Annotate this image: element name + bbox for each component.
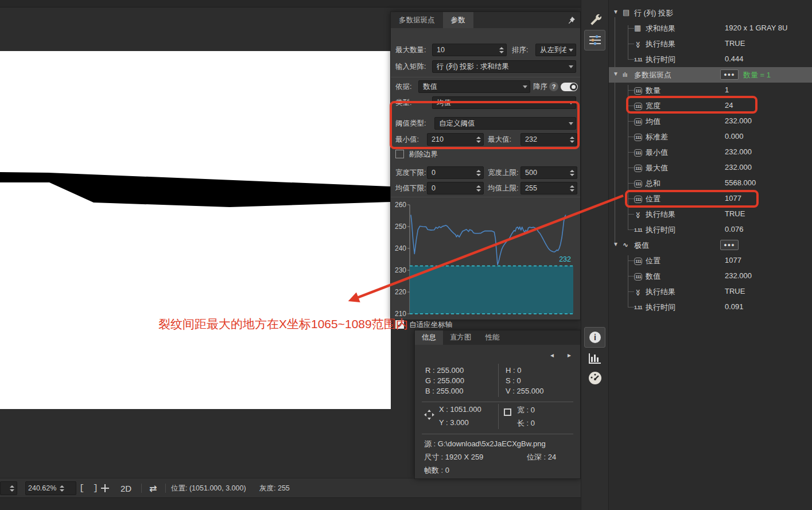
type-row: 类型: 均值 xyxy=(395,96,576,109)
tab-histogram[interactable]: 直方图 xyxy=(443,330,479,345)
expander-icon[interactable]: ▼ xyxy=(613,9,619,15)
tree-value: 0.076 xyxy=(725,225,744,233)
svg-text:232: 232 xyxy=(559,255,571,263)
tree-value: TRUE xyxy=(725,287,745,295)
tree-value: 1077 xyxy=(725,256,741,264)
tree-row-宽度[interactable]: 宽度24 xyxy=(609,98,812,114)
tab-info[interactable]: 信息 xyxy=(415,330,443,345)
center-view-button[interactable] xyxy=(100,481,110,495)
tree-row-数值[interactable]: 数值232.000 xyxy=(609,268,812,284)
histogram-button[interactable] xyxy=(584,349,605,368)
toolbar-divider xyxy=(165,484,166,493)
tree-row-执行时间[interactable]: 执行时间0.076 xyxy=(609,222,812,238)
zoom-spinner[interactable] xyxy=(60,485,64,492)
gauge-icon xyxy=(588,371,603,386)
b-value: B255.000 xyxy=(425,387,464,395)
pin-icon[interactable] xyxy=(568,16,576,26)
refresh-loop-button[interactable]: ⇄ xyxy=(149,481,157,495)
zoom-level-control[interactable]: 240.62% xyxy=(25,481,76,495)
parameters-button[interactable] xyxy=(584,30,605,50)
svg-text:250: 250 xyxy=(395,223,406,231)
type-select[interactable]: 均值 xyxy=(432,96,576,109)
expander-icon[interactable]: ▼ xyxy=(613,71,619,77)
time-icon xyxy=(634,54,642,63)
width-upper-input[interactable]: 500 xyxy=(520,166,577,179)
tree-row-执行结果[interactable]: 执行结果TRUE xyxy=(609,207,812,222)
tree-value: 232.000 xyxy=(725,116,752,125)
sort-select[interactable]: 从左到右 xyxy=(535,44,576,56)
mean-lower-input[interactable]: 0 xyxy=(427,182,484,194)
tree-row-执行时间[interactable]: 执行时间0.444 xyxy=(609,52,812,67)
tree-row-总和[interactable]: 总和5568.000 xyxy=(609,176,812,191)
max-count-input[interactable]: 10 xyxy=(432,44,507,56)
loaded-image[interactable] xyxy=(0,51,391,409)
chevron-down-icon xyxy=(569,49,573,52)
tab-multi-blob[interactable]: 多数据斑点 xyxy=(391,12,443,28)
adaptive-axis-row: ✓ 自适应坐标轴 xyxy=(395,318,576,331)
more-button[interactable]: ●●● xyxy=(720,240,739,250)
input-matrix-label: 输入矩阵: xyxy=(395,62,426,72)
info-icon: i xyxy=(589,331,601,344)
expander-icon[interactable]: ▼ xyxy=(613,241,619,247)
type-label: 类型: xyxy=(395,98,411,108)
width-lower-input[interactable]: 0 xyxy=(427,166,484,179)
tree-row-均值[interactable]: 均值232.000 xyxy=(609,114,812,129)
mean-limits-row: 均值下限: 0 均值上限: 255 xyxy=(395,182,576,194)
h-value: H0 xyxy=(506,366,521,375)
info-button[interactable]: i xyxy=(584,327,605,348)
input-matrix-select[interactable]: 行 (列) 投影 : 求和结果 xyxy=(432,60,576,73)
tree-row-数量[interactable]: 数量1 xyxy=(609,83,812,98)
hidden-spinner[interactable] xyxy=(0,481,17,495)
tree-value: 232.000 xyxy=(725,147,752,156)
exclude-border-checkbox[interactable] xyxy=(395,150,404,158)
stat-icon xyxy=(634,101,642,110)
bottom-strip xyxy=(0,497,581,510)
tree-row-执行时间[interactable]: 执行时间0.091 xyxy=(609,299,812,315)
tools-button[interactable] xyxy=(584,10,605,29)
divider xyxy=(422,402,573,402)
tree-row-位置[interactable]: 位置1077 xyxy=(609,253,812,268)
stat-icon xyxy=(634,132,642,141)
r-value: R255.000 xyxy=(425,366,464,375)
check-icon xyxy=(634,39,640,48)
threshold-type-select[interactable]: 自定义阈值 xyxy=(434,117,576,130)
basis-select[interactable]: 数值 xyxy=(418,80,530,93)
tree-row-位置[interactable]: 位置1077 xyxy=(609,191,812,207)
basis-row: 依据: 数值 降序 ? xyxy=(395,80,576,93)
fit-view-button[interactable]: [ ] xyxy=(79,481,100,495)
tree-row-最大值[interactable]: 最大值232.000 xyxy=(609,160,812,176)
max-input[interactable]: 232 xyxy=(520,133,577,146)
max-count-row: 最大数量: 10 排序: 从左到右 xyxy=(395,44,576,56)
tree-row-执行结果[interactable]: 执行结果TRUE xyxy=(609,284,812,299)
tree-label: 执行结果 xyxy=(646,287,675,297)
help-icon[interactable]: ? xyxy=(549,82,558,91)
min-input[interactable]: 210 xyxy=(427,133,484,146)
tree-row-多数据斑点[interactable]: ▼多数据斑点●●●数量 = 1 xyxy=(609,67,812,83)
v-value: V255.000 xyxy=(506,387,544,395)
tree-row-极值[interactable]: ▼极值●●● xyxy=(609,238,812,253)
threshold-type-label: 阈值类型: xyxy=(395,119,426,129)
mean-upper-label: 均值上限: xyxy=(488,184,518,193)
view-mode-button[interactable]: 2D xyxy=(121,481,131,495)
max-label: 最大值: xyxy=(488,135,511,145)
performance-button[interactable] xyxy=(584,368,605,388)
tree-row-求和结果[interactable]: 求和结果1920 x 1 GRAY 8U xyxy=(609,21,812,36)
input-matrix-row: 输入矩阵: 行 (列) 投影 : 求和结果 xyxy=(395,60,576,73)
mean-upper-input[interactable]: 255 xyxy=(520,182,577,194)
tree-row-标准差[interactable]: 标准差0.000 xyxy=(609,129,812,145)
right-toolbar: i xyxy=(581,0,608,510)
tree-row-最小值[interactable]: 最小值232.000 xyxy=(609,145,812,160)
svg-text:220: 220 xyxy=(395,288,406,296)
prev-arrow-icon[interactable]: ◂ xyxy=(550,351,554,359)
svg-text:240: 240 xyxy=(395,244,406,252)
descending-toggle[interactable] xyxy=(561,83,578,91)
width-lower-label: 宽度下限: xyxy=(395,168,426,178)
tree-value: 0.091 xyxy=(725,302,744,311)
tree-row-行 (列) 投影[interactable]: ▼行 (列) 投影 xyxy=(609,5,812,21)
tab-performance[interactable]: 性能 xyxy=(479,330,507,345)
tab-parameters[interactable]: 参数 xyxy=(443,12,473,28)
next-arrow-icon[interactable]: ▸ xyxy=(568,351,571,359)
stat-icon xyxy=(634,194,642,203)
more-button[interactable]: ●●● xyxy=(720,69,739,80)
tree-row-执行结果[interactable]: 执行结果TRUE xyxy=(609,36,812,52)
